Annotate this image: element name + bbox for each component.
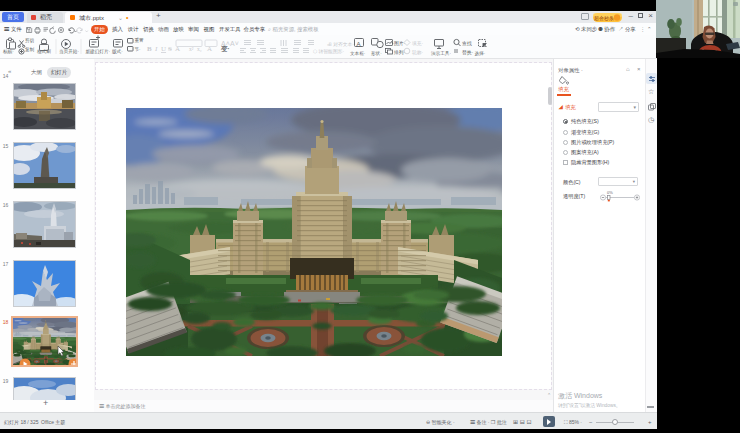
svg-text:A˅: A˅ bbox=[230, 40, 239, 47]
svg-text:填充·: 填充· bbox=[411, 40, 424, 47]
svg-text:0%: 0% bbox=[607, 190, 613, 195]
svg-text:图片·: 图片· bbox=[394, 41, 406, 47]
svg-text:x²: x² bbox=[189, 46, 194, 52]
svg-text:⬡ 转智能图形·: ⬡ 转智能图形· bbox=[313, 49, 345, 55]
svg-text:B: B bbox=[147, 45, 152, 53]
svg-text:轮廓·: 轮廓· bbox=[412, 49, 424, 56]
svg-text:㏈ 对齐文本·: ㏈ 对齐文本· bbox=[327, 41, 354, 47]
svg-text:超会秒杀: 超会秒杀 bbox=[594, 14, 614, 21]
svg-text:查找: 查找 bbox=[462, 41, 472, 46]
svg-text:替换·: 替换· bbox=[462, 50, 474, 56]
svg-text:A˄: A˄ bbox=[221, 40, 230, 47]
svg-text:x₂: x₂ bbox=[197, 46, 202, 52]
svg-text:S: S bbox=[168, 45, 172, 53]
svg-text:U: U bbox=[161, 45, 166, 53]
svg-text:A: A bbox=[357, 41, 361, 47]
svg-text:I: I bbox=[154, 45, 158, 53]
svg-text:排列·: 排列· bbox=[393, 49, 406, 56]
